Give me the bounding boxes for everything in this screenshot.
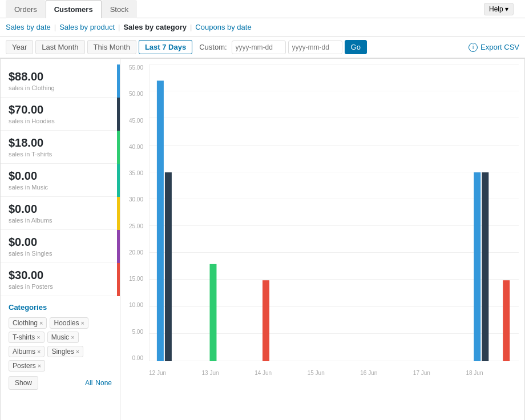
stat-tshirts: $18.00 sales in T-shirts (1, 131, 120, 164)
tab-customers[interactable]: Customers (46, 0, 102, 18)
chart-bar (165, 172, 172, 361)
y-axis-label: 50.00 (126, 91, 146, 97)
all-link[interactable]: All (85, 379, 92, 387)
bars-area (149, 64, 519, 361)
subnav-coupons-by-date[interactable]: Coupons by date (195, 23, 251, 31)
date-to-input[interactable] (288, 41, 342, 54)
color-strip-hoodies (117, 98, 120, 131)
stat-albums: $0.00 sales in Albums (1, 197, 120, 230)
chart-bar (262, 280, 269, 361)
color-strip-clothing (117, 64, 120, 98)
tab-orders[interactable]: Orders (6, 0, 46, 18)
stat-clothing-label: sales in Clothing (9, 84, 112, 91)
color-strip-music (117, 164, 120, 197)
stat-hoodies: $70.00 sales in Hoodies (1, 98, 120, 131)
remove-singles-icon[interactable]: × (76, 348, 79, 355)
go-button[interactable]: Go (345, 40, 367, 54)
last-month-filter-btn[interactable]: Last Month (35, 40, 84, 54)
cat-tag-hoodies[interactable]: Hoodies × (50, 317, 88, 329)
subnav-sales-by-category[interactable]: Sales by category (123, 23, 187, 31)
all-none-links: All None (85, 379, 112, 387)
tab-stock[interactable]: Stock (102, 0, 138, 18)
stat-hoodies-label: sales in Hoodies (9, 118, 112, 124)
stat-music-amount: $0.00 (9, 169, 112, 183)
this-month-filter-btn[interactable]: This Month (87, 40, 136, 54)
y-axis-label: 15.00 (126, 276, 146, 282)
stat-tshirts-label: sales in T-shirts (9, 151, 112, 158)
y-axis-label: 25.00 (126, 223, 146, 229)
show-row: Show All None (9, 376, 112, 390)
top-tabs: Orders Customers Stock Help ▾ (0, 0, 525, 18)
chart-bar (503, 280, 510, 361)
remove-hoodies-icon[interactable]: × (81, 320, 84, 326)
chart-bar (157, 80, 164, 361)
x-axis-label: 15 Jun (308, 370, 325, 376)
y-axis-label: 40.00 (126, 144, 146, 150)
remove-posters-icon[interactable]: × (38, 362, 41, 369)
remove-albums-icon[interactable]: × (37, 348, 41, 355)
y-axis-label: 55.00 (126, 64, 146, 71)
categories-section: Categories Clothing × Hoodies × T-shirts… (1, 296, 120, 397)
color-strip-singles (117, 230, 120, 263)
export-csv-button[interactable]: i Export CSV (469, 43, 519, 52)
cat-tag-albums[interactable]: Albums × (9, 346, 45, 357)
color-strip-tshirts (117, 131, 120, 164)
subnav-sales-by-product[interactable]: Sales by product (59, 23, 115, 31)
cat-tag-clothing[interactable]: Clothing × (9, 317, 47, 329)
stat-albums-amount: $0.00 (9, 203, 112, 216)
help-button[interactable]: Help ▾ (484, 3, 514, 15)
date-from-input[interactable] (232, 41, 286, 54)
stat-tshirts-amount: $18.00 (9, 136, 112, 150)
categories-title: Categories (9, 303, 112, 312)
cat-tag-posters[interactable]: Posters × (9, 360, 45, 371)
stat-singles-amount: $0.00 (9, 236, 112, 249)
stat-albums-label: sales in Albums (9, 217, 112, 224)
stat-posters-amount: $30.00 (9, 269, 112, 282)
cat-tag-singles[interactable]: Singles × (47, 346, 83, 357)
left-panel: $88.00 sales in Clothing $70.00 sales in… (1, 59, 120, 420)
color-strip (117, 64, 120, 296)
subnav-sales-by-date[interactable]: Sales by date (6, 23, 51, 31)
x-axis-label: 18 Jun (466, 370, 483, 376)
x-axis-label: 13 Jun (202, 370, 219, 376)
stats-container: $88.00 sales in Clothing $70.00 sales in… (1, 64, 120, 296)
sep1: | (54, 23, 56, 31)
y-axis-label: 20.00 (126, 249, 146, 256)
stat-posters: $30.00 sales in Posters (1, 263, 120, 296)
chart-svg (149, 64, 519, 361)
y-axis: 0.005.0010.0015.0020.0025.0030.0035.0040… (126, 64, 146, 361)
x-axis-label: 12 Jun (149, 370, 166, 376)
stat-singles: $0.00 sales in Singles (1, 230, 120, 263)
remove-tshirts-icon[interactable]: × (37, 334, 40, 341)
color-strip-albums (117, 197, 120, 230)
x-axis-label: 17 Jun (413, 370, 430, 376)
chart-bar (209, 264, 216, 361)
stat-clothing-amount: $88.00 (9, 70, 112, 83)
show-button[interactable]: Show (9, 376, 38, 390)
y-axis-label: 0.00 (126, 355, 146, 361)
x-axis-label: 16 Jun (360, 370, 377, 376)
stat-music: $0.00 sales in Music (1, 164, 120, 197)
color-strip-posters (117, 263, 120, 296)
none-link[interactable]: None (95, 379, 112, 387)
stat-posters-label: sales in Posters (9, 283, 112, 290)
remove-music-icon[interactable]: × (71, 334, 74, 341)
last7-filter-btn[interactable]: Last 7 Days (139, 40, 192, 54)
cat-tag-music[interactable]: Music × (47, 332, 79, 343)
info-icon: i (469, 43, 478, 52)
stat-hoodies-amount: $70.00 (9, 103, 112, 116)
cat-tag-tshirts[interactable]: T-shirts × (9, 332, 45, 343)
chart-bar (474, 172, 480, 361)
sub-nav: Sales by date | Sales by product | Sales… (0, 18, 525, 37)
stat-singles-label: sales in Singles (9, 250, 112, 257)
chart-area: 0.005.0010.0015.0020.0025.0030.0035.0040… (126, 64, 519, 378)
remove-clothing-icon[interactable]: × (39, 320, 43, 326)
year-filter-btn[interactable]: Year (6, 40, 33, 54)
sep3: | (190, 23, 192, 31)
y-axis-label: 45.00 (126, 118, 146, 124)
category-tags: Clothing × Hoodies × T-shirts × Music × … (9, 317, 112, 371)
y-axis-label: 30.00 (126, 196, 146, 203)
sep2: | (118, 23, 120, 31)
y-axis-label: 10.00 (126, 302, 146, 308)
export-label: Export CSV (480, 43, 519, 51)
